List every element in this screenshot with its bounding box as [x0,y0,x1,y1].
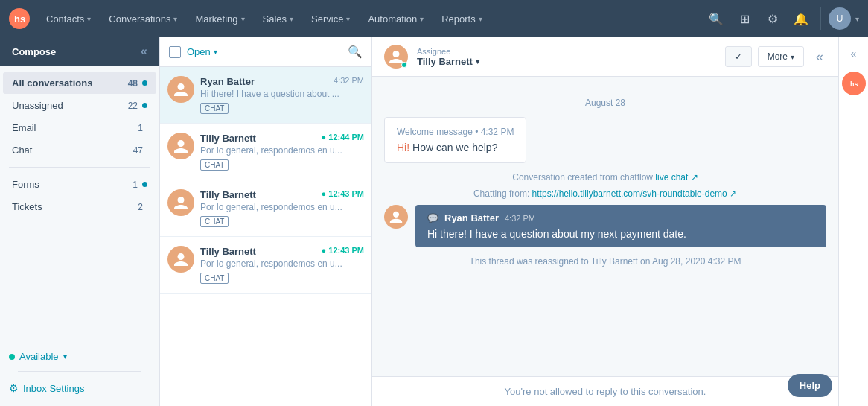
filter-open-button[interactable]: Open ▾ [187,46,217,57]
gear-icon: ⚙ [9,382,19,394]
conv-tag: CHAT [200,216,229,227]
chevron-down-icon: ▾ [476,57,479,66]
inbox-settings-link[interactable]: ⚙ Inbox Settings [9,378,150,399]
chevron-down-icon: ▾ [420,15,424,23]
chat-header: Assignee Tilly Barnett ▾ ✓ More ▾ « [372,37,838,77]
settings-icon[interactable]: ⚙ [761,7,785,31]
sidebar-navigation: All conversations 48 Unassigned 22 Email… [0,66,159,340]
chevron-down-icon: ▾ [479,15,482,23]
collapse-chat-icon[interactable]: « [813,46,826,68]
conv-name: Tilly Barnett [200,246,256,257]
user-message-row: 💬 Ryan Batter 4:32 PM Hi there! I have a… [384,205,826,247]
conversation-item[interactable]: Tilly Barnett ● 12:43 PM Por lo general,… [160,180,371,237]
message-timestamp: Welcome message • 4:32 PM [397,127,514,137]
conversation-item[interactable]: Tilly Barnett ● 12:44 PM Por lo general,… [160,124,371,180]
system-note-chatflow: Conversation created from chatflow live … [384,172,826,183]
select-all-checkbox[interactable] [169,46,181,58]
nav-marketing[interactable]: Marketing ▾ [188,9,252,29]
marketplace-icon[interactable]: ⊞ [733,7,756,31]
conv-avatar [167,246,194,273]
nav-automation[interactable]: Automation ▾ [360,9,431,29]
nav-reports[interactable]: Reports ▾ [434,9,490,29]
live-chat-link[interactable]: live chat ↗ [655,172,698,183]
chat-messages: August 28 Welcome message • 4:32 PM Hi! … [372,77,838,376]
svg-text:hs: hs [14,13,25,25]
conv-time: 4:32 PM [334,76,364,85]
conversation-list-items: Ryan Batter 4:32 PM Hi there! I have a q… [160,67,371,294]
status-dot [9,354,15,360]
main-layout: Compose « All conversations 48 Unassigne… [0,37,868,406]
collapse-icon: « [141,45,147,58]
nav-contacts[interactable]: Contacts ▾ [39,9,98,29]
conv-avatar [167,133,194,159]
nav-service[interactable]: Service ▾ [304,9,357,29]
user-message-bubble: 💬 Ryan Batter 4:32 PM Hi there! I have a… [415,205,826,247]
user-avatar[interactable]: U [829,7,851,30]
user-message-header: 💬 Ryan Batter 4:32 PM [427,212,814,223]
more-button[interactable]: More ▾ [758,46,804,67]
available-status-button[interactable]: Available ▾ [9,348,150,365]
conv-time: ● 12:43 PM [322,189,364,198]
chat-actions: ✓ More ▾ [725,46,804,67]
conv-preview: Hi there! I have a question about ... [200,89,364,99]
sidebar-footer: Available ▾ ⚙ Inbox Settings [0,340,159,406]
conv-avatar [167,76,194,103]
right-panel: « hs [838,37,868,406]
user-message-avatar [384,205,408,229]
top-navigation: hs Contacts ▾ Conversations ▾ Marketing … [0,0,868,37]
conv-preview: Por lo general, respondemos en u... [200,258,364,269]
user-message-text: Hi there! I have a question about my nex… [427,228,814,240]
collapse-right-icon[interactable]: « [848,45,860,63]
sidebar-item-email[interactable]: Email 1 [3,117,156,139]
date-divider: August 28 [384,98,826,108]
conv-content: Tilly Barnett ● 12:43 PM Por lo general,… [200,246,364,284]
conv-tag: CHAT [200,273,229,284]
chevron-down-icon: ▾ [346,15,350,23]
notifications-icon[interactable]: 🔔 [789,7,813,31]
text-highlight: Hi! [397,142,409,153]
sidebar-item-forms[interactable]: Forms 1 [3,174,156,195]
chevron-down-icon: ▾ [791,53,794,61]
conv-time: ● 12:44 PM [322,133,364,142]
conversation-item[interactable]: Tilly Barnett ● 12:43 PM Por lo general,… [160,237,371,294]
chevron-down-icon: ▾ [63,352,67,361]
welcome-message-bubble: Welcome message • 4:32 PM Hi! How can we… [384,117,526,163]
assignee-name-button[interactable]: Tilly Barnett ▾ [417,56,479,67]
message-text: Hi! How can we help? [397,142,514,153]
search-icon[interactable]: 🔍 [704,7,728,31]
chevron-down-icon: ▾ [214,48,217,56]
assignee-info: Assignee Tilly Barnett ▾ [417,47,479,67]
chevron-down-icon: ▾ [173,15,177,23]
notification-dot [142,103,147,108]
hubspot-icon-button[interactable]: hs [842,72,866,95]
system-note-chatting: Chatting from: https://hello.tillybarnet… [384,188,826,199]
online-status-dot [401,62,407,68]
chevron-down-icon[interactable]: ▾ [855,15,859,23]
conv-name: Tilly Barnett [200,189,256,200]
conversation-item[interactable]: Ryan Batter 4:32 PM Hi there! I have a q… [160,67,371,124]
conv-avatar [167,189,194,216]
compose-button[interactable]: Compose « [0,37,159,66]
chatting-from-link[interactable]: https://hello.tillybarnett.com/svh-round… [532,188,737,199]
sidebar-divider [18,371,141,372]
nav-conversations[interactable]: Conversations ▾ [101,9,185,29]
welcome-message-container: Welcome message • 4:32 PM Hi! How can we… [384,117,826,163]
sidebar-item-chat[interactable]: Chat 47 [3,139,156,161]
hubspot-logo[interactable]: hs [9,8,30,29]
search-conversations-button[interactable]: 🔍 [348,45,363,59]
help-button[interactable]: Help [788,374,832,397]
reply-notice: You're not allowed to reply to this conv… [372,376,838,406]
assignee-avatar [384,45,408,69]
nav-sales[interactable]: Sales ▾ [255,9,301,29]
conv-content: Ryan Batter 4:32 PM Hi there! I have a q… [200,76,364,114]
sidebar-divider [9,167,150,168]
sidebar-item-tickets[interactable]: Tickets 2 [3,196,156,218]
conversation-list: Open ▾ 🔍 Ryan Batter 4:32 PM Hi there! I… [160,37,372,406]
nav-icons-group: 🔍 ⊞ ⚙ 🔔 U ▾ [704,7,859,31]
sidebar-item-all-conversations[interactable]: All conversations 48 [3,72,156,94]
sidebar-item-unassigned[interactable]: Unassigned 22 [3,95,156,116]
conv-tag: CHAT [200,159,229,171]
check-button[interactable]: ✓ [725,46,752,67]
left-sidebar: Compose « All conversations 48 Unassigne… [0,37,160,406]
notification-dot [142,182,147,187]
